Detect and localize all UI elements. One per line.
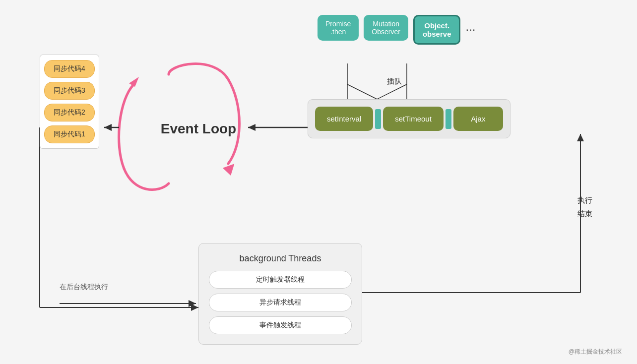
event-loop-area: Event Loop bbox=[119, 55, 278, 203]
thread-timer: 定时触发器线程 bbox=[209, 271, 352, 289]
watermark: @稀土掘金技术社区 bbox=[569, 348, 622, 356]
svg-line-7 bbox=[377, 84, 407, 99]
insert-label: 插队 bbox=[387, 77, 402, 86]
event-loop-circle: Event Loop bbox=[139, 69, 258, 188]
stack-item-3: 同步代码3 bbox=[44, 82, 95, 100]
svg-marker-12 bbox=[191, 304, 198, 311]
macro-divider-2 bbox=[446, 109, 451, 129]
svg-marker-17 bbox=[577, 134, 584, 141]
macro-setinterval: setInterval bbox=[315, 107, 373, 131]
exec-end-label: 执行结束 bbox=[577, 193, 592, 220]
macro-ajax: Ajax bbox=[453, 107, 503, 131]
microtask-object: Object.observe bbox=[413, 15, 461, 45]
diagram-container: 同步代码4 同步代码3 同步代码2 同步代码1 Event Loop Promi… bbox=[0, 0, 637, 364]
bg-exec-label: 在后台线程执行 bbox=[60, 283, 108, 292]
stack-item-4: 同步代码4 bbox=[44, 60, 95, 78]
thread-async: 异步请求线程 bbox=[209, 294, 352, 311]
call-stack: 同步代码4 同步代码3 同步代码2 同步代码1 bbox=[40, 55, 99, 149]
microtask-dots: ... bbox=[465, 15, 475, 34]
background-threads: background Threads 定时触发器线程 异步请求线程 事件触发线程 bbox=[198, 243, 362, 345]
svg-marker-9 bbox=[104, 124, 112, 131]
macrotask-area: setInterval setTimeout Ajax bbox=[308, 99, 510, 138]
microtask-area: Promise.then MutationObserver Object.obs… bbox=[318, 15, 476, 45]
event-loop-label: Event Loop bbox=[161, 121, 236, 137]
stack-item-1: 同步代码1 bbox=[44, 125, 95, 143]
svg-marker-14 bbox=[189, 300, 196, 307]
microtask-promise: Promise.then bbox=[318, 15, 359, 41]
macro-settimeout: setTimeout bbox=[383, 107, 444, 131]
stack-item-2: 同步代码2 bbox=[44, 104, 95, 121]
thread-event: 事件触发线程 bbox=[209, 316, 352, 334]
microtask-mutation: MutationObserver bbox=[364, 15, 408, 41]
svg-line-6 bbox=[347, 84, 377, 99]
macro-divider-1 bbox=[375, 109, 381, 129]
bg-threads-title: background Threads bbox=[209, 253, 352, 264]
